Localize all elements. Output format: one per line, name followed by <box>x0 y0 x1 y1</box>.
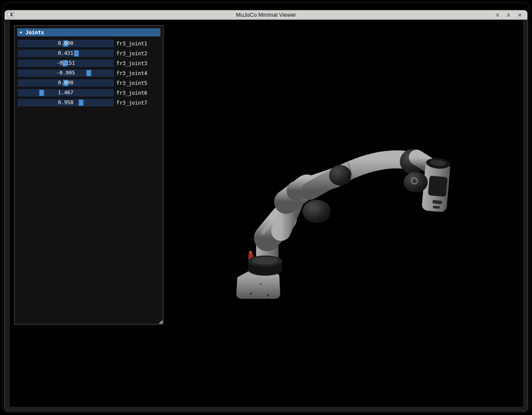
robot-elbow-disc <box>302 200 331 223</box>
panel-resize-handle[interactable] <box>159 320 163 324</box>
slider-value: 0.958 <box>18 99 114 105</box>
joint-slider-row: 0.958 fr3_joint7 <box>17 99 160 107</box>
app-window: X MuJoCo Minimal Viewer ∨ ∧ × <box>4 10 528 411</box>
joints-panel-title: Joints <box>25 30 44 36</box>
slider-value: 0.431 <box>18 50 114 56</box>
joints-panel: ▼ Joints 0.000 fr3_joint1 0.431 fr3_join… <box>14 25 163 325</box>
slider-track-fr3_joint7[interactable]: 0.958 <box>17 99 114 107</box>
slider-track-fr3_joint6[interactable]: 1.467 <box>17 89 114 97</box>
slider-value: -0.151 <box>18 60 114 66</box>
joint-slider-row: 0.000 fr3_joint5 <box>17 79 160 87</box>
slider-value: -0.905 <box>18 70 114 76</box>
close-button[interactable]: × <box>517 10 522 20</box>
maximize-button[interactable]: ∧ <box>507 10 511 20</box>
collapse-triangle-icon[interactable]: ▼ <box>20 30 22 35</box>
slider-value: 0.000 <box>18 80 114 86</box>
minimize-button[interactable]: ∨ <box>496 10 500 20</box>
titlebar[interactable]: X MuJoCo Minimal Viewer ∨ ∧ × <box>5 10 527 20</box>
slider-track-fr3_joint3[interactable]: -0.151 <box>17 59 114 67</box>
slider-label: fr3_joint7 <box>116 100 147 106</box>
joints-panel-header[interactable]: ▼ Joints <box>17 28 160 36</box>
joint-slider-row: -0.151 fr3_joint3 <box>17 59 160 67</box>
robot-wrist-badge <box>404 172 428 192</box>
slider-track-fr3_joint1[interactable]: 0.000 <box>17 39 114 48</box>
app-icon[interactable]: X <box>8 12 14 18</box>
3d-viewport[interactable]: ▼ Joints 0.000 fr3_joint1 0.431 fr3_join… <box>10 20 523 407</box>
window-title: MuJoCo Minimal Viewer <box>236 12 296 18</box>
slider-label: fr3_joint1 <box>116 41 147 47</box>
slider-label: fr3_joint6 <box>116 90 147 96</box>
slider-value: 0.000 <box>18 40 114 46</box>
slider-label: fr3_joint2 <box>116 51 147 57</box>
slider-track-fr3_joint2[interactable]: 0.431 <box>17 49 114 57</box>
slider-label: fr3_joint4 <box>116 70 147 76</box>
slider-value: 1.467 <box>18 90 114 96</box>
robot-link4-tube <box>310 159 405 191</box>
joint-slider-row: 1.467 fr3_joint6 <box>17 89 160 97</box>
joint-slider-row: 0.000 fr3_joint1 <box>17 39 160 48</box>
joint-slider-row: -0.905 fr3_joint4 <box>17 69 160 77</box>
slider-label: fr3_joint3 <box>116 60 147 66</box>
slider-label: fr3_joint5 <box>116 80 147 86</box>
slider-track-fr3_joint4[interactable]: -0.905 <box>17 69 114 77</box>
slider-track-fr3_joint5[interactable]: 0.000 <box>17 79 114 87</box>
joint-slider-row: 0.431 fr3_joint2 <box>17 49 160 57</box>
robot-ring-joint <box>329 165 351 186</box>
robot-base-collar <box>248 256 282 276</box>
window-controls: ∨ ∧ × <box>496 10 522 20</box>
